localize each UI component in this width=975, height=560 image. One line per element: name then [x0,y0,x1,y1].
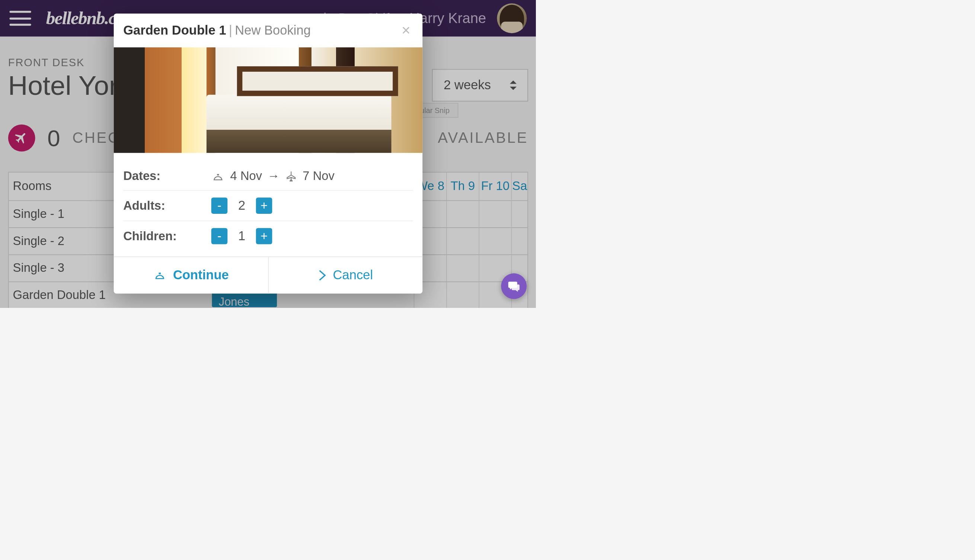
adults-stepper: - 2 + [211,197,273,214]
chat-icon [507,279,521,293]
children-label: Children: [123,229,211,243]
arrow-icon: → [268,169,280,183]
checkin-date: 4 Nov [230,169,263,183]
checkout-date: 7 Nov [303,169,334,183]
room-image [114,47,423,153]
bell-icon [152,270,166,281]
adults-row: Adults: - 2 + [123,191,413,221]
children-increment[interactable]: + [256,228,273,244]
new-booking-modal: Garden Double 1|New Booking × Dates: 4 N… [114,13,423,293]
dates-label: Dates: [123,169,211,183]
adults-increment[interactable]: + [256,197,273,214]
chat-button[interactable] [501,273,527,299]
children-stepper: - 1 + [211,228,273,244]
modal-title: Garden Double 1|New Booking [123,23,311,38]
adults-value: 2 [237,198,246,213]
adults-decrement[interactable]: - [211,197,228,214]
close-button[interactable]: × [399,22,413,39]
plane-icon [285,170,297,183]
adults-label: Adults: [123,198,211,213]
children-decrement[interactable]: - [211,228,228,244]
modal-header: Garden Double 1|New Booking × [114,13,423,47]
modal-footer: Continue Cancel [114,257,423,294]
bell-icon [211,171,225,182]
dates-row: Dates: 4 Nov → 7 Nov [123,162,413,191]
continue-button[interactable]: Continue [114,257,269,293]
children-value: 1 [237,229,246,243]
cancel-button[interactable]: Cancel [268,257,422,293]
children-row: Children: - 1 + [123,221,413,251]
chevron-right-icon [318,269,326,282]
